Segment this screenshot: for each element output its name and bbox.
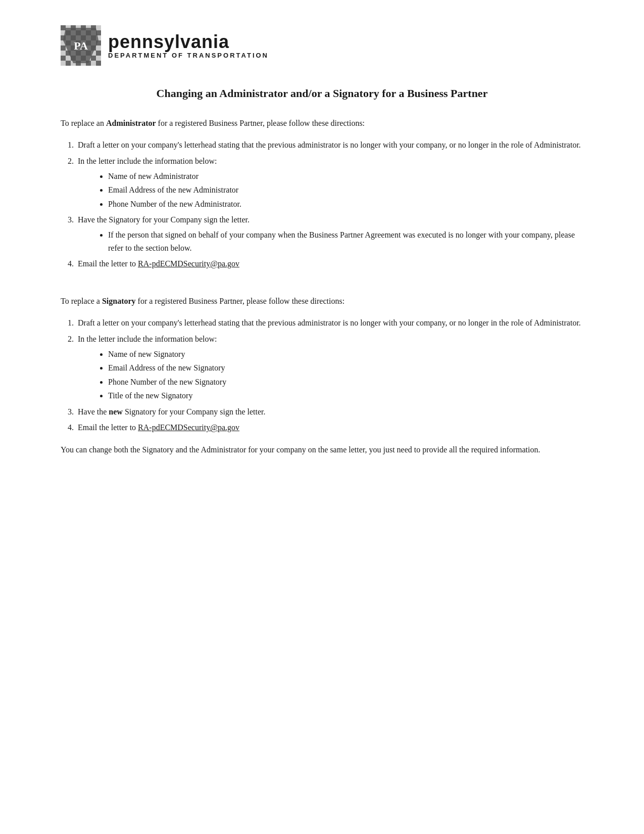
signatory-step-3: Have the new Signatory for your Company … [76, 405, 583, 419]
svg-text:PA: PA [74, 39, 88, 52]
admin-step-3-text: Have the Signatory for your Company sign… [78, 215, 250, 224]
admin-signatory-bullet-1: If the person that signed on behalf of y… [108, 228, 583, 254]
footer-text: You can change both the Signatory and th… [61, 443, 583, 456]
admin-step-4: Email the letter to RA-pdECMDSecurity@pa… [76, 257, 583, 270]
admin-step-1-text: Draft a letter on your company's letterh… [78, 141, 581, 149]
signatory-step-4-text: Email the letter to RA-pdECMDSecurity@pa… [78, 423, 239, 432]
signatory-new-bold: new [109, 407, 123, 416]
signatory-steps-list: Draft a letter on your company's letterh… [76, 316, 583, 434]
admin-steps-list: Draft a letter on your company's letterh… [76, 138, 583, 270]
svg-rect-63 [91, 61, 96, 66]
svg-rect-8 [96, 25, 101, 30]
admin-bullet-3: Phone Number of the new Administrator. [108, 198, 583, 211]
page: PA pennsylvania DEPARTMENT OF TRANSPORTA… [0, 0, 644, 834]
admin-step-3: Have the Signatory for your Company sign… [76, 213, 583, 254]
admin-signatory-bullets: If the person that signed on behalf of y… [108, 228, 583, 254]
logo-container: PA pennsylvania DEPARTMENT OF TRANSPORTA… [61, 25, 583, 66]
admin-step-2-text: In the letter include the information be… [78, 157, 217, 165]
pa-shield-logo: PA [61, 25, 101, 66]
signatory-step-1: Draft a letter on your company's letterh… [76, 316, 583, 330]
svg-rect-49 [61, 56, 66, 61]
svg-rect-41 [61, 51, 66, 56]
admin-info-bullets: Name of new Administrator Email Address … [108, 170, 583, 211]
svg-rect-55 [91, 56, 96, 61]
signatory-step-4: Email the letter to RA-pdECMDSecurity@pa… [76, 421, 583, 434]
admin-step-1: Draft a letter on your company's letterh… [76, 138, 583, 152]
signatory-step-2-text: In the letter include the information be… [78, 335, 217, 343]
svg-rect-48 [96, 51, 101, 56]
signatory-email-link[interactable]: RA-pdECMDSecurity@pa.gov [138, 423, 239, 432]
admin-email-link[interactable]: RA-pdECMDSecurity@pa.gov [138, 259, 239, 268]
admin-intro: To replace an Administrator for a regist… [61, 117, 583, 130]
admin-step-4-text: Email the letter to RA-pdECMDSecurity@pa… [78, 259, 239, 268]
signatory-step-2: In the letter include the information be… [76, 333, 583, 402]
svg-rect-64 [96, 61, 101, 66]
svg-rect-40 [96, 45, 101, 51]
signatory-info-bullets: Name of new Signatory Email Address of t… [108, 348, 583, 402]
page-title: Changing an Administrator and/or a Signa… [61, 86, 583, 102]
signatory-bullet-4: Title of the new Signatory [108, 389, 583, 402]
svg-rect-1 [61, 25, 66, 30]
signatory-bullet-3: Phone Number of the new Signatory [108, 376, 583, 389]
signatory-step-3-text: Have the new Signatory for your Company … [78, 407, 266, 416]
svg-rect-56 [96, 56, 101, 61]
svg-rect-33 [61, 45, 66, 51]
admin-bullet-1: Name of new Administrator [108, 170, 583, 183]
signatory-bullet-2: Email Address of the new Signatory [108, 361, 583, 375]
svg-rect-57 [61, 61, 66, 66]
logo-dept-name: DEPARTMENT OF TRANSPORTATION [108, 52, 269, 59]
logo-state-name: pennsylvania [108, 32, 269, 52]
signatory-step-1-text: Draft a letter on your company's letterh… [78, 318, 581, 327]
admin-bullet-2: Email Address of the new Administrator [108, 183, 583, 197]
signatory-intro: To replace a Signatory for a registered … [61, 295, 583, 308]
admin-step-2: In the letter include the information be… [76, 155, 583, 210]
svg-rect-58 [66, 61, 71, 66]
svg-rect-50 [66, 56, 71, 61]
signatory-bold-label: Signatory [102, 297, 136, 305]
admin-bold-label: Administrator [106, 119, 156, 127]
signatory-bullet-1: Name of new Signatory [108, 348, 583, 361]
section-spacer [61, 280, 583, 295]
logo-text: pennsylvania DEPARTMENT OF TRANSPORTATIO… [108, 32, 269, 60]
